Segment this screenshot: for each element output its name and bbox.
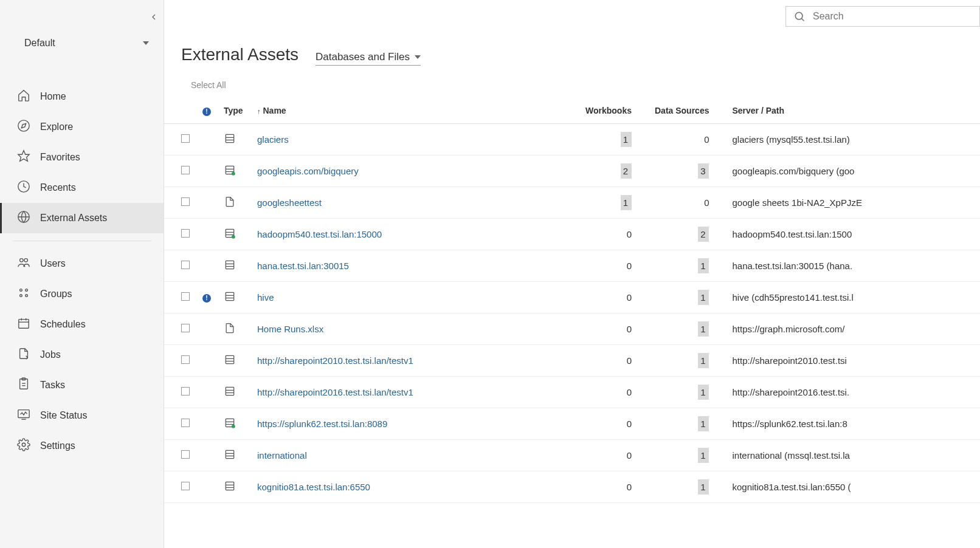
svg-rect-54 [226,482,233,490]
table-row: kognitio81a.test.tsi.lan:6550 0 1 kognit… [164,471,980,502]
file-icon [224,326,236,336]
tasks-icon [17,377,30,393]
asset-name-link[interactable]: Home Runs.xlsx [252,313,581,344]
row-checkbox[interactable] [181,134,190,143]
server-path: hana.test.tsi.lan:30015 (hana. [727,250,980,281]
row-checkbox[interactable] [181,229,190,238]
svg-point-10 [26,295,28,297]
server-path: http://sharepoint2010.test.tsi [727,344,980,376]
col-name[interactable]: ↑Name [252,98,581,123]
server-path: google sheets 1bi-NA2_XpPJzE [727,187,980,218]
row-checkbox[interactable] [181,387,190,396]
row-checkbox[interactable] [181,355,190,364]
site-picker[interactable]: Default [0,28,164,63]
asset-name-link[interactable]: hadoopm540.test.tsi.lan:15000 [252,218,581,250]
table-row: hana.test.tsi.lan:30015 0 1 hana.test.ts… [164,250,980,281]
workbooks-count: 0 [581,313,650,344]
nav: HomeExploreFavoritesRecentsExternal Asse… [0,63,164,461]
server-path: international (mssql.test.tsi.la [727,439,980,471]
chevron-down-icon [415,55,421,59]
sidebar-item-groups[interactable]: Groups [0,279,164,309]
svg-rect-11 [19,320,29,329]
server-path: https://graph.microsoft.com/ [727,313,980,344]
select-all-button[interactable]: Select All [164,72,980,98]
row-checkbox[interactable] [181,450,190,459]
row-checkbox[interactable] [181,292,190,301]
col-type[interactable]: Type [219,98,252,123]
workbooks-count: 2 [581,155,650,187]
sidebar-item-tasks[interactable]: Tasks [0,370,164,400]
table-row: hadoopm540.test.tsi.lan:15000 0 2 hadoop… [164,218,980,250]
svg-point-21 [22,443,26,447]
sidebar-item-home[interactable]: Home [0,81,164,112]
sort-asc-icon: ↑ [257,108,261,115]
asset-name-link[interactable]: http://sharepoint2010.test.tsi.lan/testv… [252,344,581,376]
datasources-count: 1 [650,250,727,281]
row-checkbox[interactable] [181,261,190,269]
content-type-filter[interactable]: Databases and Files [316,51,421,66]
asset-name-link[interactable]: http://sharepoint2016.test.tsi.lan/testv… [252,376,581,408]
svg-point-0 [18,120,29,131]
asset-name-link[interactable]: glaciers [252,123,581,155]
table-row: international 0 1 international (mssql.t… [164,439,980,471]
sidebar-item-explore[interactable]: Explore [0,112,164,142]
sidebar: Default HomeExploreFavoritesRecentsExter… [0,0,164,548]
asset-name-link[interactable]: kognitio81a.test.tsi.lan:6550 [252,471,581,502]
nav-divider [12,241,151,241]
sidebar-item-label: Users [40,258,66,269]
datasources-count: 1 [650,281,727,313]
col-serverpath[interactable]: Server / Path [727,98,980,123]
svg-rect-38 [226,292,233,300]
server-path: googleapis.com/bigquery (goo [727,155,980,187]
sidebar-item-external-assets[interactable]: External Assets [0,203,164,233]
datasources-count: 1 [650,471,727,502]
chevron-down-icon [143,41,149,45]
db-icon [224,357,236,368]
asset-name-link[interactable]: googlesheettest [252,187,581,218]
sidebar-item-site-status[interactable]: Site Status [0,400,164,431]
row-checkbox[interactable] [181,166,190,174]
row-checkbox[interactable] [181,197,190,206]
sidebar-item-favorites[interactable]: Favorites [0,142,164,173]
db-icon [224,136,236,146]
sidebar-item-label: Schedules [40,319,86,330]
site-name: Default [24,38,55,49]
row-checkbox[interactable] [181,419,190,427]
sidebar-item-label: Recents [40,182,76,193]
sidebar-item-label: Home [40,91,66,102]
workbooks-count: 0 [581,218,650,250]
chevron-left-icon [149,12,159,22]
svg-point-6 [24,259,27,262]
search-input[interactable] [813,11,972,22]
asset-name-link[interactable]: googleapis.com/bigquery [252,155,581,187]
table-row: glaciers 1 0 glaciers (mysql55.test.tsi.… [164,123,980,155]
workbooks-count: 0 [581,471,650,502]
sidebar-item-users[interactable]: Users [0,248,164,279]
sidebar-item-schedules[interactable]: Schedules [0,309,164,340]
asset-name-link[interactable]: hive [252,281,581,313]
sidebar-item-jobs[interactable]: Jobs [0,340,164,370]
col-workbooks[interactable]: Workbooks [581,98,650,123]
sidebar-item-label: Tasks [40,380,65,391]
row-checkbox[interactable] [181,482,190,490]
workbooks-count: 0 [581,376,650,408]
topbar [164,0,980,33]
asset-name-link[interactable]: international [252,439,581,471]
workbooks-count: 1 [581,187,650,218]
sidebar-item-settings[interactable]: Settings [0,431,164,461]
sidebar-item-recents[interactable]: Recents [0,173,164,203]
search-box[interactable] [785,6,980,27]
sidebar-item-label: Jobs [40,349,61,360]
asset-name-link[interactable]: https://splunk62.test.tsi.lan:8089 [252,408,581,439]
col-datasources[interactable]: Data Sources [650,98,727,123]
row-checkbox[interactable] [181,324,190,332]
alert-icon[interactable]: ! [202,294,211,303]
sidebar-item-label: External Assets [40,213,107,224]
asset-name-link[interactable]: hana.test.tsi.lan:30015 [252,250,581,281]
sidebar-collapse-button[interactable] [0,0,164,28]
table-row: Home Runs.xlsx 0 1 https://graph.microso… [164,313,980,344]
datasources-count: 1 [650,408,727,439]
svg-point-30 [232,171,235,175]
db-cert-icon [224,168,236,178]
jobs-icon [17,347,30,363]
